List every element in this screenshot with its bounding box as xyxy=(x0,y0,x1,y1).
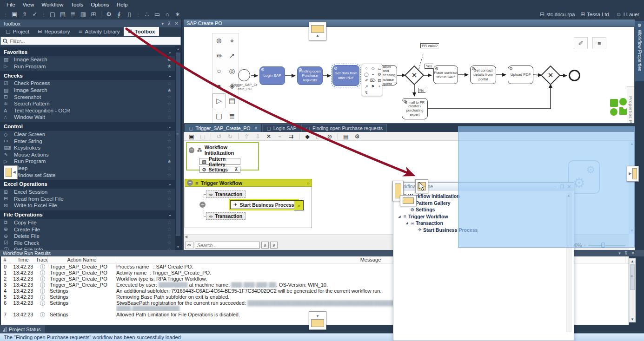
column-header-time[interactable]: Time xyxy=(9,256,37,263)
dock-top-guide[interactable]: ▲ xyxy=(309,22,326,40)
toolbox-item-check-process[interactable]: ☑Check Process☆ xyxy=(0,80,175,87)
scroll-up-icon[interactable]: ▲ xyxy=(630,259,635,263)
scroll-up-icon[interactable]: ▴ xyxy=(175,47,181,51)
delete-icon[interactable]: ✕ xyxy=(264,133,274,140)
star-outline-icon[interactable]: ☆ xyxy=(167,101,172,107)
collapse-icon[interactable]: – xyxy=(187,180,193,186)
dock-left-guide[interactable]: ◀ xyxy=(4,165,18,179)
star-filled-icon[interactable]: ★ xyxy=(167,57,172,63)
star-outline-icon[interactable]: ☆ xyxy=(167,196,172,202)
toolbox-menu-icon[interactable]: ▾ xyxy=(161,21,164,26)
menu-options[interactable]: Options xyxy=(87,1,113,8)
star-outline-icon[interactable]: ☆ xyxy=(167,233,172,239)
toolbox-item-copy-file[interactable]: ⧉Copy File☆ xyxy=(0,219,175,226)
context-pad-icon-10[interactable]: ⚑ xyxy=(370,83,376,89)
scroll-down-icon[interactable]: ▾ xyxy=(175,245,181,249)
toolbox-scrollbar[interactable]: ▴ ≡ ▾ xyxy=(175,46,181,250)
results-scrollbar[interactable]: ▲ ≡ ▼ xyxy=(629,258,636,322)
scrollbar-thumb[interactable] xyxy=(176,52,180,236)
menu-help[interactable]: Help xyxy=(113,1,132,8)
toolbox-item-get-file-info[interactable]: ⓘGet File Info☆ xyxy=(0,246,175,250)
end-event[interactable] xyxy=(569,70,580,81)
column-header-trace[interactable]: Trace xyxy=(37,256,48,263)
toolbox-item-mouse-actions[interactable]: ⇖Mouse Actions☆ xyxy=(0,151,175,158)
account-tessa-ltd[interactable]: ⊞Tessa Ltd. xyxy=(580,11,610,18)
collapse-icon[interactable]: – xyxy=(189,147,194,153)
toolbox-item-image-search[interactable]: ▨Image Search★ xyxy=(0,56,175,63)
expand-more-icon[interactable]: » xyxy=(294,200,304,210)
toolbox-item-read-from-excel-file[interactable]: ⊟Read from Excel File☆ xyxy=(0,196,175,203)
star-outline-icon[interactable]: ☆ xyxy=(167,172,172,178)
toolbox-item-write-to-excel-file[interactable]: ⊠Write to Excel File☆ xyxy=(0,202,175,209)
menu-workflow[interactable]: Workflow xyxy=(38,1,67,8)
workflow-initialization-block[interactable]: – ⁂ Workflow Initialization ▨Pattern Gal… xyxy=(186,142,259,170)
star-outline-icon[interactable]: ☆ xyxy=(167,219,172,225)
star-outline-icon[interactable]: ☆ xyxy=(167,247,172,250)
save-icon[interactable]: ▣ xyxy=(9,10,20,19)
validate-icon[interactable]: ✓ xyxy=(30,10,40,19)
star-outline-icon[interactable]: ☆ xyxy=(167,240,172,246)
context-pad-icon-1[interactable]: ◇ xyxy=(370,65,376,71)
toolbox-item-screenshot[interactable]: ⊡Screenshot☆ xyxy=(0,93,175,100)
toolbox-item-create-file[interactable]: ⊕Create File☆ xyxy=(0,226,175,233)
section-favorites[interactable]: Favorites⌄ xyxy=(0,47,175,56)
toolbox-item-enter-string[interactable]: ↦Enter String☆ xyxy=(0,138,175,144)
tab-activity-library[interactable]: ≣Activity Library xyxy=(74,27,124,36)
toolbox-item-window-wait[interactable]: ∴Window Wait☆ xyxy=(0,114,175,121)
section-excel-operations[interactable]: Excel Operations⌄ xyxy=(0,180,175,189)
new-workflow-icon[interactable]: ∗ xyxy=(173,10,183,19)
bpmn-context-pad[interactable]: ○◇▭◯⌁⚙✐⌦▤↗⚑+↯ xyxy=(362,64,382,96)
package-icon[interactable]: ⊞ xyxy=(88,10,99,19)
report-icon[interactable]: ▥ xyxy=(78,10,88,19)
toolbox-item-keystrokes[interactable]: ⌨Keystrokes☆ xyxy=(0,144,175,151)
toolbox-item-image-search[interactable]: ▨Image Search★ xyxy=(0,87,175,94)
collapse-icon[interactable]: – xyxy=(199,202,206,208)
star-outline-icon[interactable]: ☆ xyxy=(167,94,172,100)
tab-close-icon[interactable]: × xyxy=(255,126,258,131)
activity-library-icon[interactable]: ≣ xyxy=(68,10,78,19)
section-checks[interactable]: Checks⌄ xyxy=(0,71,175,80)
account-llauer[interactable]: ☺LLauer xyxy=(616,11,639,18)
toolbox-item-delete-file[interactable]: ⊖Delete File☆ xyxy=(0,233,175,240)
section-file-operations[interactable]: File Operations⌄ xyxy=(0,210,175,219)
toolbox-item-run-program[interactable]: ▷Run Program★ xyxy=(0,63,175,70)
star-outline-icon[interactable]: ☆ xyxy=(167,145,172,151)
star-outline-icon[interactable]: ☆ xyxy=(167,114,172,120)
toolbox-item-sleep[interactable]: ⌛Sleep☆ xyxy=(0,165,175,172)
toolbox-item-search-pattern[interactable]: ≋Search Pattern☆ xyxy=(0,100,175,107)
start-event[interactable] xyxy=(238,69,250,81)
toolbox-pin-icon[interactable]: ⊼ xyxy=(167,21,171,26)
tab-project[interactable]: ▢Project xyxy=(1,27,33,36)
star-outline-icon[interactable]: ☆ xyxy=(167,138,172,144)
task-upload-pdf[interactable]: ⚙Upload PDF xyxy=(508,66,533,84)
context-pad-icon-0[interactable]: ○ xyxy=(363,65,370,71)
context-pad-icon-6[interactable]: ✐ xyxy=(363,77,370,83)
star-outline-icon[interactable]: ☆ xyxy=(167,226,172,232)
toolbox-item-excel-session[interactable]: ⊞Excel Session☆ xyxy=(0,189,175,196)
menu-tools[interactable]: Tools xyxy=(67,1,87,8)
star-outline-icon[interactable]: ☆ xyxy=(167,80,172,86)
workflow-properties-tab[interactable]: ⚙ Workflow Properties xyxy=(635,21,644,81)
bpmn-canvas[interactable]: ⊕⌖⇹↗○◎●◈▷▤▢≣ xyxy=(184,26,635,124)
star-outline-icon[interactable]: ☆ xyxy=(167,189,172,195)
task-get-data-offer-pdf[interactable]: ⚙Get data from offer PDF xyxy=(332,65,359,86)
settings-icon[interactable]: ⚙ xyxy=(104,10,114,19)
section-control[interactable]: Control⌄ xyxy=(0,122,175,131)
star-outline-icon[interactable]: ☆ xyxy=(167,165,172,171)
task-place-contract[interactable]: ⚙Place contract text in SAP xyxy=(433,66,458,84)
star-filled-icon[interactable]: ★ xyxy=(167,87,172,93)
star-outline-icon[interactable]: ☆ xyxy=(167,107,172,113)
expander-icon[interactable]: ◢ xyxy=(397,215,402,218)
task-finding-open-pr[interactable]: ⚙Finding open Purchase requests xyxy=(297,66,323,85)
star-filled-icon[interactable]: ★ xyxy=(167,158,172,164)
monitor-icon[interactable]: ▭ xyxy=(152,10,162,19)
task-login-sap[interactable]: ⚙Login SAP xyxy=(259,66,285,85)
context-pad-icon-7[interactable]: ⌦ xyxy=(370,77,376,83)
document-icon[interactable]: ▯ xyxy=(124,10,134,19)
trigger-workflow-header[interactable]: – ≡ Trigger Workflow » xyxy=(185,179,312,187)
search-next-button[interactable]: ∨ xyxy=(270,242,278,249)
scroll-down-icon[interactable]: ▼ xyxy=(630,317,635,321)
context-pad-icon-9[interactable]: ↗ xyxy=(363,83,370,89)
start-business-process-chip[interactable]: ✈Start Business Process xyxy=(230,200,298,209)
account-stc-docu-rpa[interactable]: ⊟stc-docu-rpa xyxy=(540,11,575,18)
